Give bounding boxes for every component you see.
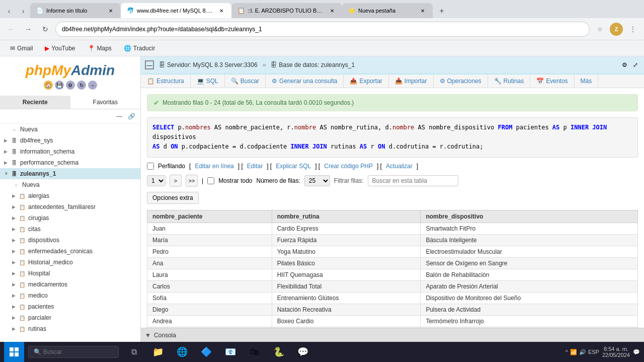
pma-settings-icon[interactable]: ⚙ <box>620 60 629 69</box>
tree-item-perf[interactable]: ▶ 🗄 performance_schema <box>0 157 140 168</box>
bookmark-maps[interactable]: 📍 Maps <box>84 43 116 53</box>
pma-menu-mas[interactable]: Más <box>575 75 599 88</box>
pma-menu-sql[interactable]: 💻 SQL <box>191 75 225 88</box>
pma-toolbar-link[interactable]: 🔗 <box>126 111 136 121</box>
taskbar-icon-mail[interactable]: 📧 <box>219 342 242 362</box>
pma-menu-eventos[interactable]: 📅 Eventos <box>530 75 574 88</box>
bookmark-button[interactable]: ☆ <box>593 22 607 36</box>
notification-icon[interactable]: 💬 <box>633 349 640 355</box>
logo-icon-exit[interactable]: → <box>88 81 97 90</box>
tree-table-dispositivos[interactable]: ▶ 📋 dispositivos <box>8 235 140 246</box>
taskbar-icon-taskview[interactable]: ⧉ <box>123 342 145 362</box>
pma-tab-favorites[interactable]: Favoritas <box>70 96 141 109</box>
taskbar-search-input[interactable] <box>43 348 114 355</box>
profiling-link-explicar[interactable]: Explicar SQL <box>276 163 311 170</box>
sql-nombre-d: nombre <box>392 124 414 131</box>
logo-icon-home[interactable]: 🏠 <box>44 81 53 90</box>
table-cell-4-1: HIIT Quemagasa <box>272 269 421 280</box>
tree-icon-medicamentos: 📋 <box>18 280 26 288</box>
table-cell-2-0: Pedro <box>147 246 272 257</box>
tree-label-zuleannys: zuleannys_1 <box>20 170 136 177</box>
tab-1[interactable]: 📄 Informe sin título ✕ <box>30 3 121 18</box>
pma-menu-operaciones[interactable]: ⚙ Operaciones <box>434 75 488 88</box>
tree-item-db4free[interactable]: ▶ 🗄 db4free_sys <box>0 135 140 146</box>
tab-2-close[interactable]: ✕ <box>217 7 225 15</box>
tab-nav-prev[interactable]: ‹ <box>2 4 16 18</box>
tree-table-cirugias[interactable]: ▶ 📋 cirugias <box>8 212 140 224</box>
back-button[interactable]: ← <box>4 22 18 36</box>
exportar-icon: 📤 <box>350 78 357 85</box>
tree-table-citas[interactable]: ▶ 📋 citas <box>8 224 140 235</box>
taskbar-icon-whatsapp[interactable]: 💬 <box>292 342 314 362</box>
tab-4-close[interactable]: ✕ <box>419 7 427 15</box>
taskbar-icon-snake[interactable]: 🐍 <box>268 342 290 362</box>
tree-table-antecedentes[interactable]: ▶ 📋 antecedentes_familiaresr <box>8 201 140 212</box>
filter-input[interactable] <box>368 175 458 186</box>
taskbar-icon-edge[interactable]: 🔷 <box>195 342 217 362</box>
options-extra-button[interactable]: Opciones extra <box>147 192 199 204</box>
logo-icon-settings[interactable]: ⚙ <box>66 81 75 90</box>
bookmark-gmail[interactable]: ✉ Gmail <box>6 43 37 53</box>
bookmark-translate[interactable]: 🌐 Traducir <box>120 43 159 53</box>
tree-table-hospital[interactable]: ▶ 📋 Hospital <box>8 268 140 279</box>
tree-table-alergias[interactable]: ▶ 📋 alergias <box>8 190 140 201</box>
new-tab-button[interactable]: + <box>435 4 449 18</box>
logo-icon-db[interactable]: 💾 <box>55 81 64 90</box>
tree-item-zuleannys[interactable]: ▼ 🗄 zuleannys_1 <box>0 168 140 179</box>
taskbar-right: ^ 📶 🔊 ESP 8:54 a. m. 22/05/2024 💬 <box>566 346 640 358</box>
start-button[interactable] <box>4 342 24 362</box>
page-next-btn[interactable]: >> <box>186 175 198 187</box>
taskbar-time: 8:54 a. m. <box>602 346 630 352</box>
tree-table-medico[interactable]: ▶ 📋 medico <box>8 290 140 301</box>
rows-per-page-select[interactable]: 25 50 100 <box>304 175 330 186</box>
tray-expand-icon[interactable]: ^ <box>566 349 568 355</box>
tab-1-close[interactable]: ✕ <box>107 7 115 15</box>
taskbar-icon-file[interactable]: 📁 <box>147 342 169 362</box>
tree-item-nueva[interactable]: ○ Nueva <box>0 124 140 135</box>
tree-table-pacientes[interactable]: ▶ 📋 pacientes <box>8 301 140 312</box>
bookmark-youtube[interactable]: ▶ YouTube <box>41 43 79 53</box>
sql-kw-as1: AS <box>552 124 559 131</box>
logo-icon-reload[interactable]: ↻ <box>77 81 86 90</box>
profiling-link-php[interactable]: Crear código PHP <box>324 163 373 170</box>
tree-table-nueva[interactable]: ○ Nueva <box>8 179 140 190</box>
pma-header-collapse[interactable]: — <box>145 60 154 69</box>
reload-button[interactable]: ↻ <box>38 22 52 36</box>
pma-expand-icon[interactable]: ⤢ <box>631 60 640 69</box>
page-prev-btn[interactable]: > <box>170 175 182 187</box>
tab-4[interactable]: ⭐ Nueva pestaña ✕ <box>342 3 433 18</box>
pma-menu-estructura[interactable]: 📋 Estructura <box>141 75 191 88</box>
tab-nav-next[interactable]: › <box>16 4 30 18</box>
profiling-link-actualizar[interactable]: Actualizar <box>386 163 413 170</box>
pma-tab-recent[interactable]: Reciente <box>0 96 70 109</box>
tree-item-info[interactable]: ▶ 🗄 information_schema <box>0 146 140 157</box>
tree-table-medicamentos[interactable]: ▶ 📋 medicamentos <box>8 279 140 290</box>
profile-button[interactable]: Z <box>610 23 623 36</box>
tree-table-historial[interactable]: ▶ 📋 Historial_medico <box>8 257 140 268</box>
taskbar-icon-store[interactable]: 🛍 <box>244 342 266 362</box>
tab-3[interactable]: 📋 ::l. E. ARZOBISPO TULIO BOTE... ✕ <box>231 3 342 18</box>
pma-toolbar-collapse[interactable]: — <box>114 111 124 121</box>
pma-menu-buscar[interactable]: 🔍 Buscar <box>225 75 266 88</box>
profiling-checkbox[interactable] <box>147 163 154 170</box>
forward-button[interactable]: → <box>21 22 35 36</box>
console-bar[interactable]: ▼ Consola <box>141 328 644 342</box>
pma-menu-generar[interactable]: ⚙ Generar una consulta <box>266 75 344 88</box>
profiling-link-editar-linea[interactable]: Editar en línea <box>195 163 233 170</box>
taskbar-icon-browser[interactable]: 🌐 <box>171 342 193 362</box>
taskbar-clock[interactable]: 8:54 a. m. 22/05/2024 <box>602 346 630 358</box>
taskbar-search-box[interactable]: 🔍 <box>28 346 119 358</box>
tab-3-close[interactable]: ✕ <box>328 7 336 15</box>
show-all-checkbox[interactable] <box>207 177 214 184</box>
pma-menu-importar[interactable]: 📥 Importar <box>389 75 434 88</box>
pma-menu-exportar[interactable]: 📤 Exportar <box>344 75 388 88</box>
browser-menu-button[interactable]: ⋮ <box>626 22 640 36</box>
url-bar[interactable]: db4free.net/phpMyAdmin/index.php?route=/… <box>55 22 590 37</box>
tree-table-rutinas[interactable]: ▶ 📋 rutinas <box>8 323 140 334</box>
pma-menu-rutinas[interactable]: 🔧 Rutinas <box>488 75 531 88</box>
tree-table-parcialer[interactable]: ▶ 📋 parcialer <box>8 312 140 323</box>
tree-table-enfermedades[interactable]: ▶ 📋 enfermedades_cronicas <box>8 246 140 257</box>
tab-2[interactable]: 🐬 www.db4free.net / MySQL 8.3 ... ✕ <box>121 3 231 18</box>
page-select[interactable]: 1 <box>147 175 166 186</box>
profiling-link-editar[interactable]: Editar <box>247 163 263 170</box>
